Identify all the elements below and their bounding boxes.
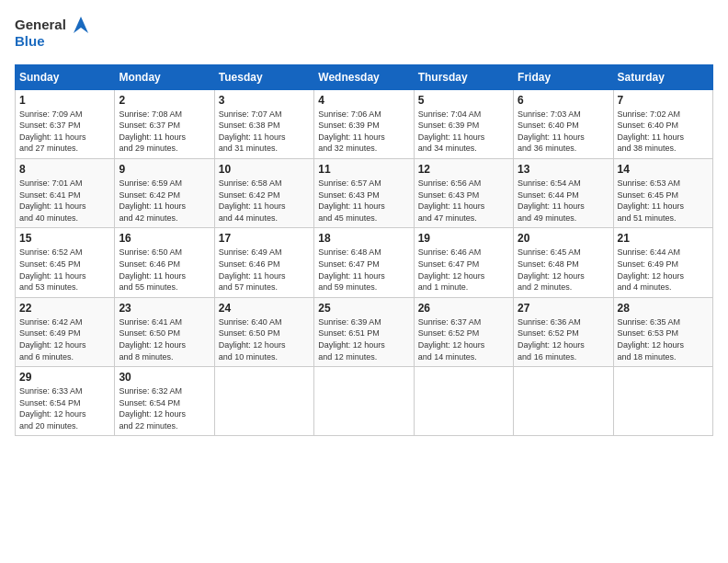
day-info: Sunrise: 7:09 AMSunset: 6:37 PMDaylight:… bbox=[19, 109, 86, 154]
week-row-2: 8Sunrise: 7:01 AMSunset: 6:41 PMDaylight… bbox=[16, 158, 713, 227]
day-number: 7 bbox=[618, 94, 709, 107]
day-number: 8 bbox=[19, 163, 110, 176]
day-number: 26 bbox=[418, 302, 509, 315]
day-cell-28: 28Sunrise: 6:35 AMSunset: 6:53 PMDayligh… bbox=[613, 297, 712, 366]
day-info: Sunrise: 6:44 AMSunset: 6:49 PMDaylight:… bbox=[618, 247, 685, 292]
day-cell-7: 7Sunrise: 7:02 AMSunset: 6:40 PMDaylight… bbox=[613, 89, 712, 158]
day-info: Sunrise: 7:04 AMSunset: 6:39 PMDaylight:… bbox=[418, 109, 485, 154]
day-info: Sunrise: 6:39 AMSunset: 6:51 PMDaylight:… bbox=[318, 317, 385, 362]
day-info: Sunrise: 6:52 AMSunset: 6:45 PMDaylight:… bbox=[19, 247, 86, 292]
day-info: Sunrise: 6:59 AMSunset: 6:42 PMDaylight:… bbox=[119, 178, 186, 223]
day-number: 6 bbox=[518, 94, 609, 107]
day-cell-18: 18Sunrise: 6:48 AMSunset: 6:47 PMDayligh… bbox=[314, 228, 414, 297]
day-cell-30: 30Sunrise: 6:32 AMSunset: 6:54 PMDayligh… bbox=[115, 367, 214, 436]
day-number: 28 bbox=[618, 302, 709, 315]
empty-cell bbox=[414, 367, 513, 436]
day-cell-16: 16Sunrise: 6:50 AMSunset: 6:46 PMDayligh… bbox=[115, 228, 214, 297]
day-info: Sunrise: 6:35 AMSunset: 6:53 PMDaylight:… bbox=[618, 317, 685, 362]
day-cell-1: 1Sunrise: 7:09 AMSunset: 6:37 PMDaylight… bbox=[16, 89, 115, 158]
logo-svg: General Blue bbox=[15, 15, 116, 53]
day-number: 3 bbox=[219, 94, 310, 107]
day-cell-4: 4Sunrise: 7:06 AMSunset: 6:39 PMDaylight… bbox=[314, 89, 414, 158]
day-number: 1 bbox=[19, 94, 110, 107]
weekday-saturday: Saturday bbox=[613, 64, 712, 89]
week-row-3: 15Sunrise: 6:52 AMSunset: 6:45 PMDayligh… bbox=[16, 228, 713, 297]
day-cell-5: 5Sunrise: 7:04 AMSunset: 6:39 PMDaylight… bbox=[414, 89, 513, 158]
day-cell-23: 23Sunrise: 6:41 AMSunset: 6:50 PMDayligh… bbox=[115, 297, 214, 366]
logo: General Blue bbox=[15, 15, 116, 57]
day-info: Sunrise: 6:36 AMSunset: 6:52 PMDaylight:… bbox=[518, 317, 585, 362]
day-cell-17: 17Sunrise: 6:49 AMSunset: 6:46 PMDayligh… bbox=[214, 228, 313, 297]
empty-cell bbox=[514, 367, 613, 436]
day-number: 15 bbox=[19, 232, 110, 245]
day-cell-2: 2Sunrise: 7:08 AMSunset: 6:37 PMDaylight… bbox=[115, 89, 214, 158]
day-cell-19: 19Sunrise: 6:46 AMSunset: 6:47 PMDayligh… bbox=[414, 228, 513, 297]
day-info: Sunrise: 6:46 AMSunset: 6:47 PMDaylight:… bbox=[418, 247, 485, 292]
day-info: Sunrise: 6:33 AMSunset: 6:54 PMDaylight:… bbox=[19, 386, 86, 431]
day-cell-22: 22Sunrise: 6:42 AMSunset: 6:49 PMDayligh… bbox=[16, 297, 115, 366]
day-info: Sunrise: 7:01 AMSunset: 6:41 PMDaylight:… bbox=[19, 178, 86, 223]
empty-cell bbox=[613, 367, 712, 436]
day-info: Sunrise: 6:40 AMSunset: 6:50 PMDaylight:… bbox=[219, 317, 286, 362]
weekday-tuesday: Tuesday bbox=[214, 64, 313, 89]
week-row-4: 22Sunrise: 6:42 AMSunset: 6:49 PMDayligh… bbox=[16, 297, 713, 366]
day-number: 18 bbox=[318, 232, 409, 245]
day-number: 4 bbox=[318, 94, 409, 107]
weekday-monday: Monday bbox=[115, 64, 214, 89]
day-cell-6: 6Sunrise: 7:03 AMSunset: 6:40 PMDaylight… bbox=[514, 89, 613, 158]
day-info: Sunrise: 7:06 AMSunset: 6:39 PMDaylight:… bbox=[318, 109, 385, 154]
day-cell-14: 14Sunrise: 6:53 AMSunset: 6:45 PMDayligh… bbox=[613, 158, 712, 227]
day-number: 12 bbox=[418, 163, 509, 176]
weekday-wednesday: Wednesday bbox=[314, 64, 414, 89]
day-cell-11: 11Sunrise: 6:57 AMSunset: 6:43 PMDayligh… bbox=[314, 158, 414, 227]
day-info: Sunrise: 6:45 AMSunset: 6:48 PMDaylight:… bbox=[518, 247, 585, 292]
day-number: 25 bbox=[318, 302, 409, 315]
day-info: Sunrise: 6:56 AMSunset: 6:43 PMDaylight:… bbox=[418, 178, 485, 223]
empty-cell bbox=[214, 367, 313, 436]
day-info: Sunrise: 6:53 AMSunset: 6:45 PMDaylight:… bbox=[618, 178, 685, 223]
day-info: Sunrise: 6:37 AMSunset: 6:52 PMDaylight:… bbox=[418, 317, 485, 362]
day-number: 24 bbox=[219, 302, 310, 315]
day-cell-13: 13Sunrise: 6:54 AMSunset: 6:44 PMDayligh… bbox=[514, 158, 613, 227]
day-cell-26: 26Sunrise: 6:37 AMSunset: 6:52 PMDayligh… bbox=[414, 297, 513, 366]
day-info: Sunrise: 6:50 AMSunset: 6:46 PMDaylight:… bbox=[119, 247, 186, 292]
weekday-friday: Friday bbox=[514, 64, 613, 89]
day-info: Sunrise: 6:58 AMSunset: 6:42 PMDaylight:… bbox=[219, 178, 286, 223]
svg-marker-2 bbox=[74, 17, 88, 33]
day-info: Sunrise: 6:49 AMSunset: 6:46 PMDaylight:… bbox=[219, 247, 286, 292]
day-number: 21 bbox=[618, 232, 709, 245]
day-cell-15: 15Sunrise: 6:52 AMSunset: 6:45 PMDayligh… bbox=[16, 228, 115, 297]
week-row-1: 1Sunrise: 7:09 AMSunset: 6:37 PMDaylight… bbox=[16, 89, 713, 158]
day-cell-24: 24Sunrise: 6:40 AMSunset: 6:50 PMDayligh… bbox=[214, 297, 313, 366]
day-cell-25: 25Sunrise: 6:39 AMSunset: 6:51 PMDayligh… bbox=[314, 297, 414, 366]
day-cell-20: 20Sunrise: 6:45 AMSunset: 6:48 PMDayligh… bbox=[514, 228, 613, 297]
day-number: 22 bbox=[19, 302, 110, 315]
day-cell-8: 8Sunrise: 7:01 AMSunset: 6:41 PMDaylight… bbox=[16, 158, 115, 227]
day-info: Sunrise: 6:57 AMSunset: 6:43 PMDaylight:… bbox=[318, 178, 385, 223]
svg-text:General: General bbox=[15, 17, 66, 32]
day-number: 16 bbox=[119, 232, 210, 245]
day-cell-21: 21Sunrise: 6:44 AMSunset: 6:49 PMDayligh… bbox=[613, 228, 712, 297]
day-number: 27 bbox=[518, 302, 609, 315]
day-info: Sunrise: 6:48 AMSunset: 6:47 PMDaylight:… bbox=[318, 247, 385, 292]
day-number: 23 bbox=[119, 302, 210, 315]
day-cell-12: 12Sunrise: 6:56 AMSunset: 6:43 PMDayligh… bbox=[414, 158, 513, 227]
day-number: 30 bbox=[119, 371, 210, 384]
day-number: 20 bbox=[518, 232, 609, 245]
day-cell-9: 9Sunrise: 6:59 AMSunset: 6:42 PMDaylight… bbox=[115, 158, 214, 227]
day-cell-27: 27Sunrise: 6:36 AMSunset: 6:52 PMDayligh… bbox=[514, 297, 613, 366]
day-cell-29: 29Sunrise: 6:33 AMSunset: 6:54 PMDayligh… bbox=[16, 367, 115, 436]
weekday-header-row: SundayMondayTuesdayWednesdayThursdayFrid… bbox=[16, 64, 713, 89]
day-number: 2 bbox=[119, 94, 210, 107]
svg-text:Blue: Blue bbox=[15, 33, 45, 49]
day-number: 10 bbox=[219, 163, 310, 176]
empty-cell bbox=[314, 367, 414, 436]
logo-container: General Blue bbox=[15, 15, 116, 57]
day-number: 19 bbox=[418, 232, 509, 245]
weekday-thursday: Thursday bbox=[414, 64, 513, 89]
day-info: Sunrise: 7:03 AMSunset: 6:40 PMDaylight:… bbox=[518, 109, 585, 154]
day-info: Sunrise: 7:07 AMSunset: 6:38 PMDaylight:… bbox=[219, 109, 286, 154]
day-number: 29 bbox=[19, 371, 110, 384]
weekday-sunday: Sunday bbox=[16, 64, 115, 89]
day-cell-3: 3Sunrise: 7:07 AMSunset: 6:38 PMDaylight… bbox=[214, 89, 313, 158]
